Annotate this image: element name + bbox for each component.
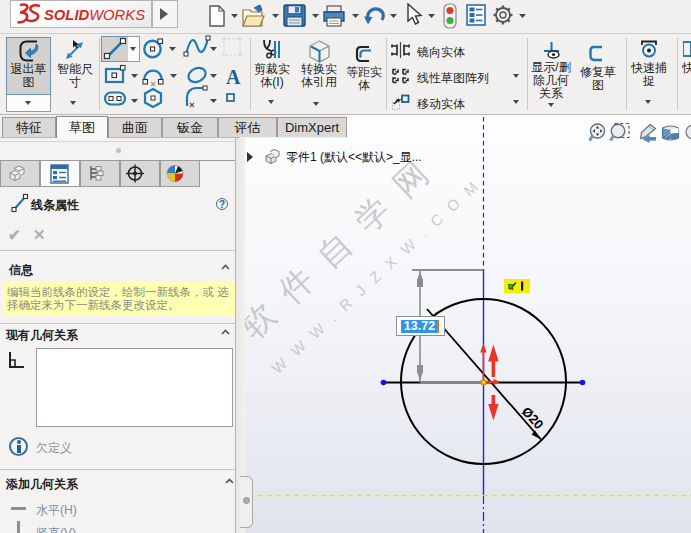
svg-text:A: A [226, 66, 241, 88]
svg-text:Ø20: Ø20 [519, 404, 547, 432]
